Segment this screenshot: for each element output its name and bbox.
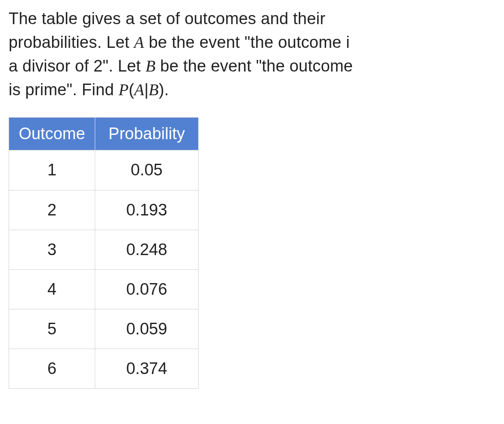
cell-probability: 0.193 bbox=[95, 190, 199, 230]
table-row: 3 0.248 bbox=[9, 230, 199, 269]
cell-outcome: 4 bbox=[9, 269, 95, 309]
table-header-row: Outcome Probability bbox=[9, 118, 199, 150]
var-B: B bbox=[146, 57, 156, 75]
text-line4a: is prime". Find bbox=[9, 81, 118, 99]
cell-outcome: 5 bbox=[9, 309, 95, 349]
header-probability: Probability bbox=[95, 118, 199, 150]
var-A: A bbox=[134, 33, 144, 51]
cell-probability: 0.059 bbox=[95, 309, 199, 349]
text-bar: | bbox=[144, 81, 149, 99]
text-line3a: a divisor of 2". Let bbox=[9, 57, 146, 75]
cell-probability: 0.05 bbox=[95, 150, 199, 190]
cell-outcome: 3 bbox=[9, 230, 95, 269]
var-A2: A bbox=[134, 81, 144, 99]
var-B2: B bbox=[149, 81, 159, 99]
var-P: P bbox=[118, 81, 128, 99]
cell-probability: 0.374 bbox=[95, 349, 199, 388]
cell-outcome: 1 bbox=[9, 150, 95, 190]
text-line1: The table gives a set of outcomes and th… bbox=[9, 9, 325, 28]
cell-probability: 0.076 bbox=[95, 269, 199, 309]
text-paren-open: ( bbox=[129, 81, 134, 99]
cell-outcome: 2 bbox=[9, 190, 95, 230]
table-row: 2 0.193 bbox=[9, 190, 199, 230]
text-line2b: be the event "the outcome i bbox=[144, 33, 350, 51]
table-row: 5 0.059 bbox=[9, 309, 199, 349]
text-line3b: be the event "the outcome bbox=[156, 57, 353, 75]
text-paren-close: ). bbox=[159, 81, 169, 99]
cell-probability: 0.248 bbox=[95, 230, 199, 269]
probability-table: Outcome Probability 1 0.05 2 0.193 3 0.2… bbox=[9, 117, 199, 389]
header-outcome: Outcome bbox=[9, 118, 95, 150]
text-line2a: probabilities. Let bbox=[9, 33, 134, 51]
table-row: 6 0.374 bbox=[9, 349, 199, 388]
table-row: 4 0.076 bbox=[9, 269, 199, 309]
problem-statement: The table gives a set of outcomes and th… bbox=[9, 7, 504, 102]
table-row: 1 0.05 bbox=[9, 150, 199, 190]
cell-outcome: 6 bbox=[9, 349, 95, 388]
